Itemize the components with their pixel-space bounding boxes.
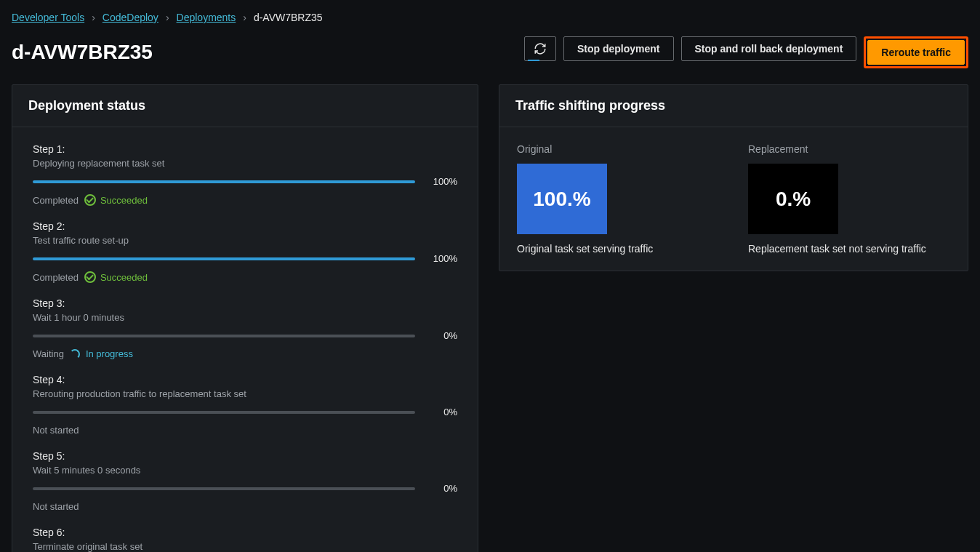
step-state-label: Not started bbox=[33, 501, 79, 512]
deployment-status-panel: Deployment status Step 1: Deploying repl… bbox=[12, 84, 478, 552]
step-progress-row: 100% bbox=[33, 176, 457, 187]
reroute-traffic-button[interactable]: Reroute traffic bbox=[867, 40, 965, 65]
traffic-original-label: Original bbox=[517, 143, 719, 155]
step-state-label: Waiting bbox=[33, 348, 64, 359]
traffic-original-value: 100.% bbox=[517, 164, 607, 234]
step-desc: Terminate original task set bbox=[33, 541, 457, 552]
step-status: Completed Succeeded bbox=[33, 194, 457, 206]
page-header: d-AVW7BRZ35 Stop deployment Stop and rol… bbox=[12, 36, 968, 68]
step-desc: Test traffic route set-up bbox=[33, 235, 457, 246]
deployment-step: Step 6: Terminate original task set 0% N… bbox=[33, 527, 457, 552]
step-title: Step 3: bbox=[33, 297, 457, 309]
breadcrumb-developer-tools[interactable]: Developer Tools bbox=[12, 12, 84, 23]
step-status: Not started bbox=[33, 501, 457, 512]
step-state-label: Not started bbox=[33, 425, 79, 436]
traffic-shifting-title: Traffic shifting progress bbox=[499, 85, 968, 127]
reroute-highlight: Reroute traffic bbox=[864, 36, 968, 68]
stop-rollback-button[interactable]: Stop and roll back deployment bbox=[681, 36, 857, 61]
check-circle-icon bbox=[84, 194, 96, 206]
step-title: Step 5: bbox=[33, 450, 457, 462]
succeeded-badge: Succeeded bbox=[84, 271, 148, 283]
step-title: Step 2: bbox=[33, 220, 457, 232]
step-badge-label: Succeeded bbox=[100, 272, 148, 283]
deployment-step: Step 4: Rerouting production traffic to … bbox=[33, 374, 457, 436]
step-progress-percent: 100% bbox=[425, 176, 457, 187]
step-status: Not started bbox=[33, 425, 457, 436]
traffic-original-desc: Original task set serving traffic bbox=[517, 243, 719, 255]
step-progress-fill bbox=[33, 257, 415, 260]
succeeded-badge: Succeeded bbox=[84, 194, 148, 206]
step-desc: Wait 1 hour 0 minutes bbox=[33, 312, 457, 323]
step-progress-fill bbox=[33, 180, 415, 183]
step-progress-row: 0% bbox=[33, 407, 457, 417]
step-badge-label: Succeeded bbox=[100, 195, 148, 206]
chevron-right-icon: › bbox=[166, 12, 169, 23]
breadcrumb-current: d-AVW7BRZ35 bbox=[254, 12, 323, 23]
stop-deployment-button[interactable]: Stop deployment bbox=[563, 36, 674, 61]
step-badge-label: In progress bbox=[86, 348, 133, 359]
page-title: d-AVW7BRZ35 bbox=[12, 41, 153, 64]
step-progress-bar bbox=[33, 487, 415, 490]
traffic-replacement-col: Replacement 0.% Replacement task set not… bbox=[748, 143, 950, 255]
deployment-status-title: Deployment status bbox=[12, 85, 478, 127]
breadcrumb-deployments[interactable]: Deployments bbox=[177, 12, 236, 23]
step-progress-bar bbox=[33, 257, 415, 260]
step-progress-row: 100% bbox=[33, 253, 457, 264]
deployment-step: Step 3: Wait 1 hour 0 minutes 0% Waiting… bbox=[33, 297, 457, 359]
step-progress-bar bbox=[33, 180, 415, 183]
step-progress-bar bbox=[33, 411, 415, 414]
breadcrumb-codedeploy[interactable]: CodeDeploy bbox=[103, 12, 158, 23]
step-state-label: Completed bbox=[33, 272, 79, 283]
step-desc: Rerouting production traffic to replacem… bbox=[33, 388, 457, 399]
step-progress-percent: 0% bbox=[425, 407, 457, 417]
step-progress-bar bbox=[33, 335, 415, 337]
traffic-shifting-panel: Traffic shifting progress Original 100.%… bbox=[499, 84, 968, 271]
spinner-icon bbox=[70, 349, 80, 359]
step-progress-row: 0% bbox=[33, 483, 457, 494]
step-title: Step 4: bbox=[33, 374, 457, 385]
deployment-step: Step 1: Deploying replacement task set 1… bbox=[33, 143, 457, 206]
chevron-right-icon: › bbox=[243, 12, 246, 23]
step-desc: Wait 5 minutes 0 seconds bbox=[33, 465, 457, 476]
step-progress-percent: 100% bbox=[425, 253, 457, 264]
traffic-replacement-desc: Replacement task set not serving traffic bbox=[748, 243, 950, 255]
check-circle-icon bbox=[84, 271, 96, 283]
step-state-label: Completed bbox=[33, 195, 79, 206]
traffic-replacement-label: Replacement bbox=[748, 143, 950, 155]
chevron-right-icon: › bbox=[92, 12, 95, 23]
breadcrumb: Developer Tools › CodeDeploy › Deploymen… bbox=[12, 12, 968, 23]
traffic-replacement-value: 0.% bbox=[748, 164, 838, 234]
step-progress-percent: 0% bbox=[425, 483, 457, 494]
traffic-original-col: Original 100.% Original task set serving… bbox=[517, 143, 719, 255]
step-title: Step 6: bbox=[33, 527, 457, 538]
step-title: Step 1: bbox=[33, 143, 457, 155]
step-progress-percent: 0% bbox=[425, 330, 457, 341]
deployment-step: Step 5: Wait 5 minutes 0 seconds 0% Not … bbox=[33, 450, 457, 512]
step-status: Waiting In progress bbox=[33, 348, 457, 359]
step-progress-row: 0% bbox=[33, 330, 457, 341]
step-status: Completed Succeeded bbox=[33, 271, 457, 283]
refresh-button[interactable] bbox=[524, 36, 556, 61]
step-desc: Deploying replacement task set bbox=[33, 158, 457, 169]
deployment-step: Step 2: Test traffic route set-up 100% C… bbox=[33, 220, 457, 283]
steps-container: Step 1: Deploying replacement task set 1… bbox=[12, 127, 478, 552]
refresh-icon bbox=[534, 42, 547, 55]
action-bar: Stop deployment Stop and roll back deplo… bbox=[524, 36, 968, 68]
